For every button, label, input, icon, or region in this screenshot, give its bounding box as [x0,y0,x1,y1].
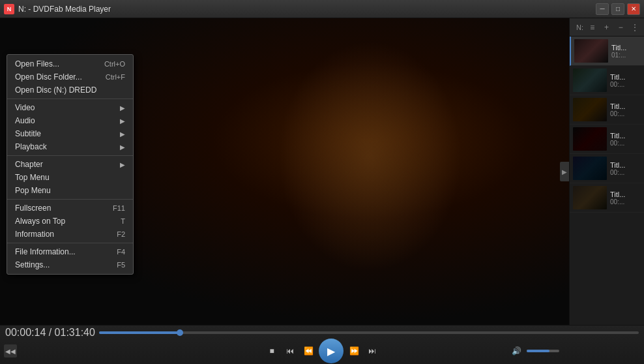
item-duration: 00:... [610,110,641,117]
list-icon[interactable]: ≡ [587,22,598,33]
item-info: Titl... 00:... [607,190,641,205]
pop-menu-item[interactable]: Pop Menu [7,184,133,197]
open-disc-item[interactable]: Open Disc (N:) DREDD [7,83,133,97]
thumbnail [573,98,607,121]
volume-slider[interactable] [527,350,559,352]
window-controls: ─ □ ✕ [596,3,640,15]
item-duration: 00:... [610,81,641,88]
item-info: Titl... 00:... [607,132,641,147]
add-icon[interactable]: + [602,22,612,33]
item-duration: 00:... [610,198,641,205]
progress-track[interactable] [99,331,639,334]
sidebar-n-label: N: [574,23,583,31]
item-duration: 00:... [610,169,641,176]
main-layout: ▶ Open Files... Ctrl+O Open Disc Folder.… [0,18,644,325]
prev-chapter-button[interactable]: ◀◀ [4,344,17,357]
thumbnail [573,68,607,92]
separator-1 [7,99,133,99]
thumbnail [573,127,607,151]
minimize-button[interactable]: ─ [596,3,609,15]
item-info: Titl... 00:... [607,73,641,88]
volume-icon[interactable]: 🔊 [508,343,524,359]
top-menu-item[interactable]: Top Menu [7,171,133,184]
separator-2 [7,155,133,156]
item-info: Titl... 00:... [607,102,641,117]
item-title: Titl... [610,132,641,140]
play-button[interactable]: ▶ [319,339,344,363]
progress-bar-container: 00:00:14 / 01:31:40 [0,326,644,336]
separator-3 [7,199,133,200]
fullscreen-item[interactable]: Fullscreen F11 [7,202,133,215]
volume-fill [527,350,549,352]
window-title: N: - DVDFab Media Player [18,5,596,14]
information-item[interactable]: Information F2 [7,228,133,241]
playback-item[interactable]: Playback ▶ [7,140,133,153]
bottom-bar: 00:00:14 / 01:31:40 ◀◀ ■ ⏮ ⏪ ▶ ⏩ ⏭ 🔊 [0,325,644,364]
minus-icon[interactable]: − [616,22,626,33]
chapter-item[interactable]: Chapter ▶ [7,158,133,171]
item-duration: 01:... [611,52,641,59]
sidebar-list: Titl... 01:... Titl... 00:... Titl... 00… [570,37,644,325]
more-icon[interactable]: ⋮ [630,22,640,33]
next-button[interactable]: ⏭ [364,343,380,359]
open-disc-folder-item[interactable]: Open Disc Folder... Ctrl+F [7,70,133,83]
list-item[interactable]: Titl... 00:... [570,66,644,95]
app-icon: N [4,4,14,14]
title-bar: N N: - DVDFab Media Player ─ □ ✕ [0,0,644,18]
sidebar-toolbar: N: ≡ + − ⋮ [570,18,644,37]
forward-button[interactable]: ⏩ [346,343,362,359]
item-title: Titl... [610,73,641,81]
expand-panel-button[interactable]: ▶ [560,162,569,181]
sidebar: N: ≡ + − ⋮ Titl... 01:... Titl... 00:... [569,18,644,325]
audio-item[interactable]: Audio ▶ [7,114,133,127]
list-item[interactable]: Titl... 00:... [570,125,644,154]
item-title: Titl... [610,190,641,198]
video-area[interactable]: ▶ Open Files... Ctrl+O Open Disc Folder.… [0,18,569,325]
thumbnail [573,157,607,180]
list-item[interactable]: Titl... 01:... [570,37,644,66]
rewind-button[interactable]: ⏪ [300,343,316,359]
file-information-item[interactable]: File Information... F4 [7,245,133,258]
video-item[interactable]: Video ▶ [7,101,133,114]
subtitle-item[interactable]: Subtitle ▶ [7,127,133,140]
thumbnail [573,186,607,209]
list-item[interactable]: Titl... 00:... [570,154,644,183]
prev-button[interactable]: ⏮ [282,343,298,359]
item-info: Titl... 01:... [608,44,641,59]
item-title: Titl... [611,44,641,52]
item-title: Titl... [610,102,641,110]
progress-thumb[interactable] [177,329,183,336]
item-title: Titl... [610,161,641,169]
thumbnail [574,39,608,63]
maximize-button[interactable]: □ [611,3,624,15]
separator-4 [7,243,133,243]
nav-arrows: ◀◀ [4,344,17,357]
progress-fill [99,331,180,334]
list-item[interactable]: Titl... 00:... [570,95,644,125]
stop-button[interactable]: ■ [264,343,280,359]
item-duration: 00:... [610,140,641,147]
volume-area: 🔊 [508,343,559,359]
list-item[interactable]: Titl... 00:... [570,183,644,213]
item-info: Titl... 00:... [607,161,641,176]
context-menu: Open Files... Ctrl+O Open Disc Folder...… [7,54,134,275]
always-on-top-item[interactable]: Always on Top T [7,215,133,228]
close-button[interactable]: ✕ [627,3,640,15]
controls-row: ◀◀ ■ ⏮ ⏪ ▶ ⏩ ⏭ 🔊 [0,336,644,363]
settings-item[interactable]: Settings... F5 [7,258,133,271]
open-files-item[interactable]: Open Files... Ctrl+O [7,57,133,70]
